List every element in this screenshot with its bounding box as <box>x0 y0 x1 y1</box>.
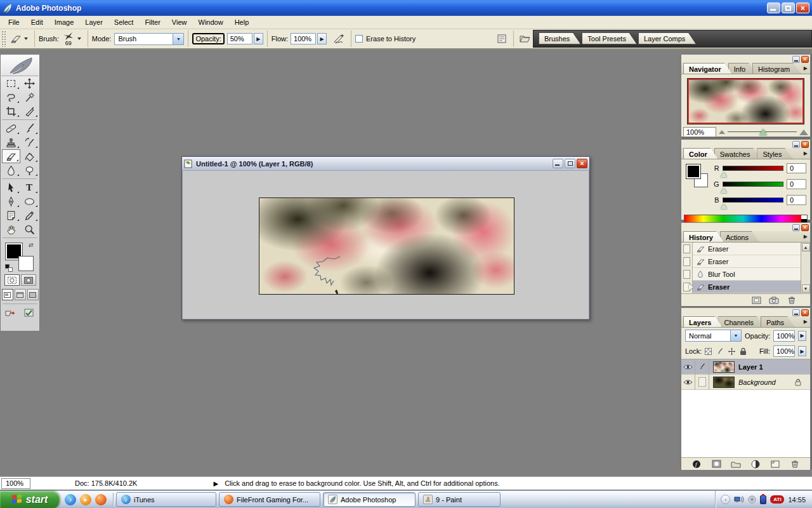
panel-minimize-button[interactable] <box>792 224 800 231</box>
menu-help[interactable]: Help <box>229 17 255 28</box>
erase-to-history-control[interactable]: Erase to History <box>355 35 416 43</box>
history-item-selected[interactable]: Eraser <box>681 281 810 293</box>
ati-tray-icon[interactable]: ATI <box>770 495 784 504</box>
adjustment-layer-button[interactable] <box>750 460 761 469</box>
navigator-zoom-input[interactable]: 100% <box>683 127 716 137</box>
panel-menu-icon[interactable]: ▶ <box>804 65 808 71</box>
quicklaunch-media-player-icon[interactable]: ▸ <box>80 494 91 505</box>
new-snapshot-button[interactable] <box>768 296 780 305</box>
history-item[interactable]: Eraser <box>681 243 810 255</box>
tab-info[interactable]: Info <box>728 63 756 74</box>
lock-transparency-icon[interactable] <box>705 348 712 355</box>
navigator-thumbnail[interactable] <box>687 78 804 124</box>
well-tab-layer-comps[interactable]: Layer Comps <box>638 32 696 44</box>
taskbar-button-paint[interactable]: 9 - Paint <box>418 492 501 507</box>
tab-paths[interactable]: Paths <box>761 316 795 327</box>
quicklaunch-itunes-icon[interactable]: ♪ <box>65 494 76 505</box>
panel-close-button[interactable]: × <box>801 224 809 231</box>
green-slider[interactable] <box>723 182 783 187</box>
panel-minimize-button[interactable] <box>792 141 800 148</box>
fill-spinner[interactable]: ▶ <box>798 346 806 356</box>
tool-type[interactable]: T <box>20 180 39 194</box>
tool-magic-wand[interactable] <box>20 90 39 104</box>
foreground-color-swatch[interactable] <box>686 164 700 178</box>
menu-layer[interactable]: Layer <box>79 17 108 28</box>
tool-zoom[interactable] <box>20 222 39 236</box>
doc-close-button[interactable]: × <box>577 159 587 168</box>
history-item[interactable]: Blur Tool <box>681 268 810 281</box>
red-slider[interactable] <box>723 166 783 171</box>
tool-paint-bucket[interactable] <box>20 149 39 163</box>
taskbar-button-photoshop[interactable]: Adobe Photoshop <box>323 492 416 507</box>
tab-actions[interactable]: Actions <box>720 231 759 242</box>
lock-paint-icon[interactable] <box>716 347 724 356</box>
screen-mode-full-button[interactable] <box>27 289 39 300</box>
canvas-image[interactable] <box>259 197 514 295</box>
tool-eraser-selected[interactable] <box>2 149 20 163</box>
layer-thumbnail[interactable] <box>713 361 735 373</box>
tool-blur[interactable] <box>2 163 20 177</box>
tool-hand[interactable] <box>2 222 20 236</box>
taskbar-button-filefront[interactable]: FileFront Gaming For... <box>219 492 320 507</box>
blend-mode-combobox[interactable]: Normal ▼ <box>685 330 742 342</box>
tab-styles[interactable]: Styles <box>757 148 792 159</box>
close-button[interactable]: × <box>796 3 809 13</box>
layer-name[interactable]: Layer 1 <box>738 363 810 371</box>
layer-thumbnail[interactable] <box>713 377 735 388</box>
tool-healing-brush[interactable] <box>2 121 20 135</box>
history-source-checkbox[interactable] <box>681 255 693 268</box>
opacity-input[interactable]: 50% <box>227 33 252 44</box>
status-menu-arrow-icon[interactable]: ▶ <box>213 480 218 487</box>
tool-dodge[interactable] <box>20 163 39 177</box>
blend-mode-dropdown-icon[interactable]: ▼ <box>730 330 741 341</box>
menu-image[interactable]: Image <box>49 17 80 28</box>
tool-move[interactable] <box>20 76 39 90</box>
file-browser-button[interactable] <box>494 32 509 46</box>
document-titlebar[interactable]: Untitled-1 @ 100% (Layer 1, RGB/8) × <box>182 157 589 171</box>
start-button[interactable]: start <box>0 491 60 508</box>
quickmask-mode-button[interactable] <box>21 274 36 286</box>
panel-close-button[interactable]: × <box>801 309 809 316</box>
quicklaunch-firefox-icon[interactable] <box>95 494 107 505</box>
mode-dropdown-icon[interactable]: ▼ <box>173 34 183 44</box>
well-tab-tool-presets[interactable]: Tool Presets <box>582 32 637 44</box>
flow-spinner-button[interactable]: ▶ <box>317 33 327 44</box>
tab-histogram[interactable]: Histogram <box>752 63 801 74</box>
imageready-check-button[interactable] <box>22 307 37 319</box>
doc-minimize-button[interactable] <box>553 159 563 168</box>
status-zoom-input[interactable]: 100% <box>1 478 30 489</box>
red-slider-thumb[interactable] <box>721 172 727 177</box>
opacity-control[interactable]: Opacity: <box>192 33 224 44</box>
zoom-out-icon[interactable] <box>719 130 725 134</box>
doc-maximize-button[interactable] <box>565 159 575 168</box>
layer-name[interactable]: Background <box>738 378 795 386</box>
options-grip[interactable] <box>1 30 6 47</box>
visibility-toggle[interactable] <box>681 375 695 390</box>
opacity-spinner-button[interactable]: ▶ <box>254 33 263 44</box>
navigator-zoom-slider[interactable] <box>728 128 797 137</box>
tool-lasso[interactable] <box>2 90 20 104</box>
scroll-down-icon[interactable]: ▼ <box>802 284 810 293</box>
swap-colors-icon[interactable]: ⇄ <box>29 242 34 248</box>
panel-close-button[interactable]: × <box>801 141 809 148</box>
current-tool-button[interactable] <box>7 32 30 45</box>
jump-to-imageready-button[interactable] <box>4 307 20 319</box>
taskbar-clock[interactable]: 14:55 <box>788 496 806 504</box>
panel-minimize-button[interactable] <box>792 56 800 63</box>
background-color-swatch[interactable] <box>18 256 34 271</box>
paint-indicator[interactable] <box>695 359 709 375</box>
new-layer-button[interactable] <box>769 460 781 469</box>
network-icon[interactable] <box>734 495 744 504</box>
layer-row-background[interactable]: Background <box>681 375 810 390</box>
menu-select[interactable]: Select <box>108 17 140 28</box>
brush-preset-picker[interactable]: 69 <box>59 30 84 48</box>
menu-edit[interactable]: Edit <box>25 17 49 28</box>
tool-pen[interactable] <box>2 194 20 208</box>
tool-notes[interactable] <box>2 208 20 222</box>
tool-clone-stamp[interactable] <box>2 135 20 149</box>
history-source-checkbox[interactable] <box>681 243 693 255</box>
restore-button[interactable] <box>782 3 795 13</box>
taskbar-button-itunes[interactable]: ♪ iTunes <box>116 492 216 507</box>
menu-window[interactable]: Window <box>193 17 229 28</box>
tab-swatches[interactable]: Swatches <box>714 148 761 159</box>
